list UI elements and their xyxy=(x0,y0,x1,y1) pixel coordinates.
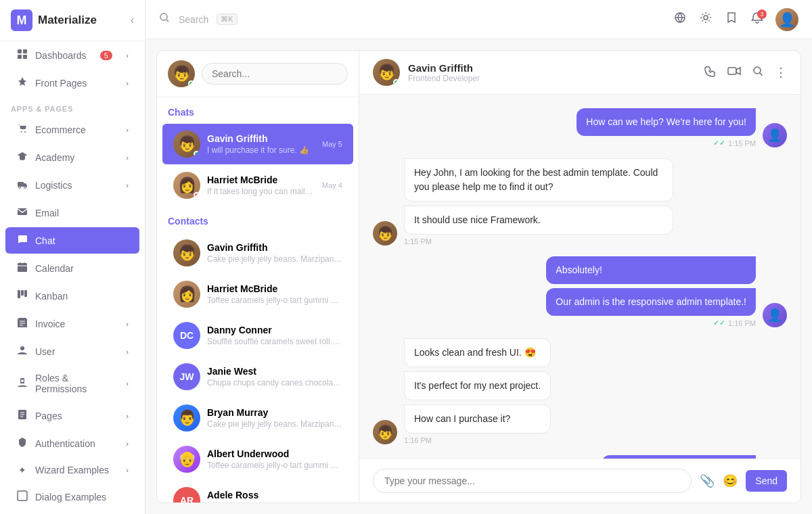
svg-rect-9 xyxy=(18,208,27,215)
msg-check-1: ✓✓ xyxy=(713,139,725,147)
nav-item-invoice[interactable]: Invoice › xyxy=(5,310,139,337)
contact-info-danny: Danny Conner Soufflé soufflé caramels sw… xyxy=(207,325,342,346)
msg-time-2: 1:15 PM xyxy=(404,237,673,246)
user-avatar[interactable]: 👤 xyxy=(775,8,798,31)
contact-avatar-harriet: 👩 xyxy=(173,281,200,308)
kanban-icon xyxy=(16,289,28,302)
message-header: 👦 Gavin Griffith Frontend Developer xyxy=(359,51,800,95)
nav-label-user: User xyxy=(35,346,55,357)
message-header-actions: ⋮ xyxy=(704,65,787,80)
roles-icon xyxy=(16,377,28,390)
contact-preview-adele: Biscuit powder oat cake donut brownie ic… xyxy=(207,502,342,503)
nav-label-academy: Academy xyxy=(35,152,74,163)
msg-time-6: 1:16 PM xyxy=(404,436,551,444)
contact-item-danny[interactable]: DC Danny Conner Soufflé soufflé caramels… xyxy=(162,315,353,356)
svg-point-23 xyxy=(754,67,761,74)
invoice-icon xyxy=(16,317,28,330)
msg-bubble-4: Absolutely! xyxy=(546,256,756,284)
svg-point-5 xyxy=(24,131,26,133)
chats-section-title: Chats xyxy=(157,97,359,123)
svg-rect-0 xyxy=(18,49,22,53)
contact-avatar-janie: JW xyxy=(173,363,200,390)
nav-item-wizard[interactable]: ✦ Wizard Examples › xyxy=(5,458,139,482)
collapse-sidebar-button[interactable]: ‹ xyxy=(131,14,134,26)
message-header-avatar: 👦 xyxy=(373,59,400,86)
translate-icon[interactable] xyxy=(673,11,687,27)
chat-item-gavin[interactable]: 👦 Gavin Griffith I will purchase it for … xyxy=(162,124,353,164)
contact-item-harriet[interactable]: 👩 Harriet McBride Toffee caramels jelly-… xyxy=(162,274,353,314)
message-header-role: Frontend Developer xyxy=(408,74,696,83)
more-options-icon[interactable]: ⋮ xyxy=(775,65,787,80)
logo-icon: M xyxy=(11,9,32,31)
nav-item-academy[interactable]: Academy › xyxy=(5,144,139,170)
svg-rect-6 xyxy=(18,182,24,187)
contact-preview-bryan: Cake pie jelly jelly beans. Marzipan lem… xyxy=(207,419,342,429)
front-pages-arrow: › xyxy=(126,79,129,87)
nav-item-chat[interactable]: Chat xyxy=(5,227,139,254)
logistics-arrow: › xyxy=(126,181,129,189)
chat-item-harriet[interactable]: 👩 Harriet McBride If it takes long you c… xyxy=(162,165,353,206)
emoji-icon[interactable]: 😊 xyxy=(723,473,738,488)
bookmark-icon[interactable] xyxy=(724,11,739,27)
notification-icon[interactable]: 3 xyxy=(750,11,765,27)
nav-item-front-pages[interactable]: Front Pages › xyxy=(5,70,139,96)
contact-item-albert[interactable]: 👴 Albert Underwood Toffee caramels jelly… xyxy=(162,439,353,480)
search-label[interactable]: Search xyxy=(179,14,208,25)
nav-item-logistics[interactable]: Logistics › xyxy=(5,172,139,198)
contact-avatar-danny: DC xyxy=(173,322,200,349)
contact-name-harriet: Harriet McBride xyxy=(207,283,342,294)
topbar-right: 3 👤 xyxy=(673,8,798,31)
attach-icon[interactable]: 📎 xyxy=(700,473,715,488)
nav-item-dialog[interactable]: Dialog Examples xyxy=(5,484,139,510)
message-header-name: Gavin Griffith xyxy=(408,62,696,74)
dashboards-badge: 5 xyxy=(100,51,112,60)
chat-item-info-gavin: Gavin Griffith I will purchase it for su… xyxy=(207,133,315,155)
msg-bubble-1: How can we help? We're here for you! xyxy=(577,108,756,136)
pages-arrow: › xyxy=(126,412,129,420)
nav-item-calendar[interactable]: Calendar xyxy=(5,255,139,281)
call-icon[interactable] xyxy=(704,65,717,80)
pages-icon xyxy=(16,409,28,422)
contact-item-adele[interactable]: AR Adele Ross Biscuit powder oat cake do… xyxy=(162,480,353,503)
nav-item-user[interactable]: User › xyxy=(5,338,139,365)
msg-bubble-7: It's perfect for my next project. xyxy=(404,371,551,400)
message-input[interactable] xyxy=(373,469,692,493)
invoice-arrow: › xyxy=(126,320,129,328)
msg-row-6: 👦 Looks clean and fresh UI. 😍 It's perfe… xyxy=(373,338,787,444)
nav-item-pages[interactable]: Pages › xyxy=(5,402,139,429)
svg-point-16 xyxy=(21,379,24,382)
send-button[interactable]: Send xyxy=(746,470,787,492)
video-icon[interactable] xyxy=(727,65,741,80)
svg-point-8 xyxy=(24,187,26,189)
nav-label-calendar: Calendar xyxy=(35,263,74,274)
svg-rect-18 xyxy=(18,491,27,500)
contact-preview-albert: Toffee caramels jelly-o tart gummi bears… xyxy=(207,461,342,470)
academy-icon xyxy=(16,151,28,164)
nav-label-authentication: Authentication xyxy=(35,438,95,449)
nav-label-email: Email xyxy=(35,208,59,218)
contacts-section-title: Contacts xyxy=(157,206,359,232)
academy-arrow: › xyxy=(126,154,129,162)
chat-search-input[interactable] xyxy=(202,63,348,85)
message-area: 👦 Gavin Griffith Frontend Developer xyxy=(359,50,801,503)
messages-body: 👤 How can we help? We're here for you! ✓… xyxy=(359,95,800,459)
chat-item-preview-harriet: If it takes long you can mail me at ... xyxy=(207,187,315,196)
svg-rect-22 xyxy=(728,68,736,74)
contact-item-janie[interactable]: JW Janie West Chupa chups candy canes ch… xyxy=(162,356,353,397)
logo-text: Materialize xyxy=(38,14,97,27)
theme-icon[interactable] xyxy=(698,11,713,27)
contact-item-gavin[interactable]: 👦 Gavin Griffith Cake pie jelly jelly be… xyxy=(162,233,353,273)
nav-item-dashboards[interactable]: Dashboards 5 › xyxy=(5,42,139,68)
chat-item-preview-gavin: I will purchase it for sure. 👍 xyxy=(207,145,315,155)
chat-list-section: Chats 👦 Gavin Griffith I will purchase i… xyxy=(157,97,359,503)
chat-icon xyxy=(16,234,28,247)
msg-time-4: ✓✓ 1:16 PM xyxy=(546,319,756,327)
chat-item-time-harriet: May 4 xyxy=(322,181,342,189)
nav-item-roles[interactable]: Roles & Permissions › xyxy=(5,366,139,401)
search-message-icon[interactable] xyxy=(752,65,764,80)
nav-item-kanban[interactable]: Kanban xyxy=(5,283,139,309)
contact-item-bryan[interactable]: 👨 Bryan Murray Cake pie jelly jelly bean… xyxy=(162,398,353,438)
nav-item-ecommerce[interactable]: Ecommerce › xyxy=(5,116,139,143)
nav-item-email[interactable]: Email xyxy=(5,200,139,226)
nav-item-authentication[interactable]: Authentication › xyxy=(5,430,139,457)
